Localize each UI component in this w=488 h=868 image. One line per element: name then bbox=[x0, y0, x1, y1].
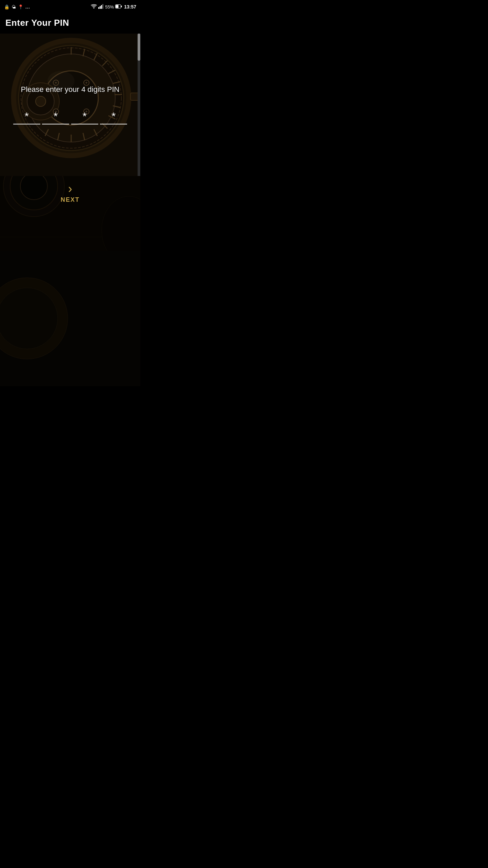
svg-rect-1 bbox=[98, 7, 99, 9]
pin-asterisk-3: * bbox=[83, 111, 87, 122]
watch-image-container: Please enter your 4 digits PIN * * * * bbox=[0, 34, 140, 176]
svg-rect-3 bbox=[101, 5, 102, 9]
clock: 13:57 bbox=[124, 4, 136, 9]
pin-underline-2 bbox=[42, 124, 69, 124]
pin-field-4[interactable]: * bbox=[99, 111, 128, 124]
dark-bottom-area bbox=[0, 251, 140, 386]
status-bar: 🔒 🌤 📍 ... 55% bbox=[0, 0, 140, 14]
more-icon: ... bbox=[25, 4, 30, 9]
svg-rect-6 bbox=[121, 5, 122, 7]
dark-bottom-svg bbox=[0, 251, 140, 386]
status-bar-right: 55% 13:57 bbox=[91, 4, 136, 10]
location-icon: 📍 bbox=[18, 4, 23, 9]
pin-underline-3 bbox=[71, 124, 98, 124]
svg-rect-7 bbox=[116, 5, 119, 8]
svg-point-54 bbox=[0, 288, 58, 349]
next-chevron-icon: › bbox=[68, 183, 72, 195]
watch-content: Please enter your 4 digits PIN * * * * bbox=[0, 34, 140, 176]
pin-underline-4 bbox=[100, 124, 127, 124]
lock-icon: 🔒 bbox=[4, 4, 9, 9]
weather-icon: 🌤 bbox=[12, 4, 16, 9]
next-label: NEXT bbox=[61, 196, 80, 203]
pin-underline-1 bbox=[13, 124, 40, 124]
svg-rect-4 bbox=[102, 4, 103, 9]
status-bar-left: 🔒 🌤 📍 ... bbox=[4, 4, 30, 9]
signal-icon bbox=[98, 4, 104, 10]
battery-icon bbox=[115, 4, 122, 9]
wifi-icon bbox=[91, 4, 97, 10]
pin-instruction: Please enter your 4 digits PIN bbox=[21, 85, 119, 94]
pin-field-2[interactable]: * bbox=[41, 111, 70, 124]
svg-rect-2 bbox=[100, 6, 101, 9]
page-title: Enter Your PIN bbox=[5, 18, 135, 28]
watch-lower-section: › NEXT bbox=[0, 176, 140, 251]
pin-field-3[interactable]: * bbox=[70, 111, 99, 124]
svg-point-0 bbox=[94, 7, 95, 8]
pin-asterisk-4: * bbox=[111, 111, 116, 122]
pin-asterisk-2: * bbox=[54, 111, 58, 122]
battery-percent: 55% bbox=[105, 4, 114, 9]
header: Enter Your PIN bbox=[0, 14, 140, 34]
pin-asterisk-1: * bbox=[25, 111, 29, 122]
next-button[interactable]: › NEXT bbox=[61, 183, 80, 203]
pin-field-1[interactable]: * bbox=[12, 111, 41, 124]
pin-fields-row: * * * * bbox=[5, 111, 135, 124]
